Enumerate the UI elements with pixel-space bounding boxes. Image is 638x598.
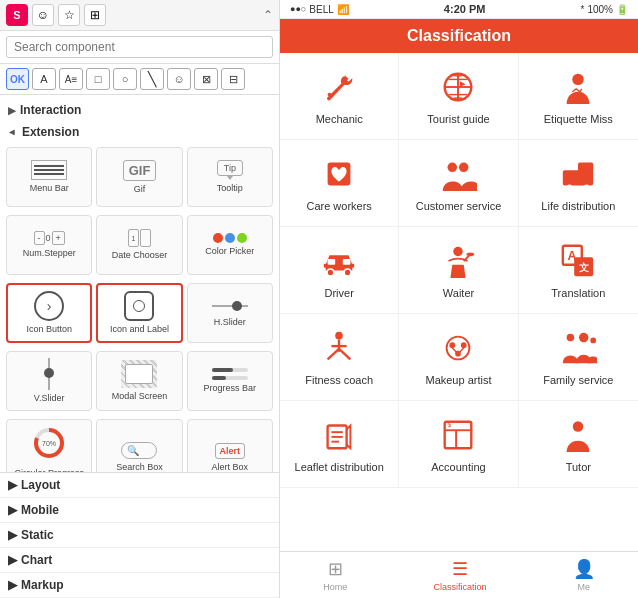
- comp-search-box[interactable]: 🔍 Search Box: [96, 419, 182, 472]
- tab-home[interactable]: ⊞ Home: [323, 558, 347, 592]
- svg-rect-21: [324, 264, 328, 268]
- care-icon: [319, 154, 359, 194]
- class-etiquette[interactable]: Etiquette Miss: [519, 53, 638, 140]
- comp-row-1: Menu Bar GIF Gif Tip Tooltip: [0, 143, 279, 211]
- svg-point-35: [450, 342, 456, 348]
- class-translation[interactable]: A文 Translation: [519, 227, 638, 314]
- status-time: 4:20 PM: [444, 3, 486, 15]
- comp-menu-bar[interactable]: Menu Bar: [6, 147, 92, 207]
- nav-layout[interactable]: ▶ Layout: [0, 473, 279, 498]
- table-tool[interactable]: ⊟: [221, 68, 245, 90]
- comp-color-picker[interactable]: Color Picker: [187, 215, 273, 275]
- svg-line-31: [328, 349, 339, 359]
- driver-label: Driver: [324, 287, 353, 299]
- comp-num-stepper[interactable]: - 0 + Num.Stepper: [6, 215, 92, 275]
- svg-rect-14: [578, 163, 593, 174]
- class-accounting[interactable]: $ Accounting: [399, 401, 518, 488]
- text-tool[interactable]: A: [32, 68, 56, 90]
- layout-label: Layout: [21, 478, 60, 492]
- class-care[interactable]: Care workers: [280, 140, 399, 227]
- gif-label: Gif: [134, 184, 146, 195]
- line-tool[interactable]: ╲: [140, 68, 164, 90]
- mechanic-label: Mechanic: [316, 113, 363, 125]
- comp-row-2: - 0 + Num.Stepper 1 Date Chooser: [0, 211, 279, 279]
- class-mechanic[interactable]: Mechanic: [280, 53, 399, 140]
- waiter-label: Waiter: [443, 287, 474, 299]
- comp-alert-box[interactable]: Alert Alert Box: [187, 419, 273, 472]
- class-customer[interactable]: Customer service: [399, 140, 518, 227]
- tab-me[interactable]: 👤 Me: [573, 558, 595, 592]
- static-arrow: ▶: [8, 528, 17, 542]
- comp-icon-label[interactable]: Icon and Label: [96, 283, 182, 343]
- emoji-icon[interactable]: ☺: [32, 4, 54, 26]
- comp-v-slider[interactable]: V.Slider: [6, 351, 92, 411]
- circular-progress-icon: 70%: [32, 426, 66, 465]
- ok-tool[interactable]: OK: [6, 68, 29, 90]
- nav-static[interactable]: ▶ Static: [0, 523, 279, 548]
- comp-h-slider[interactable]: H.Slider: [187, 283, 273, 343]
- class-fitness[interactable]: Fitness coach: [280, 314, 399, 401]
- svg-point-16: [584, 184, 590, 190]
- nav-sections: ▶ Layout ▶ Mobile ▶ Static ▶ Chart ▶ Mar…: [0, 472, 279, 598]
- accounting-label: Accounting: [431, 461, 485, 473]
- emoji-tool[interactable]: ☺: [167, 68, 191, 90]
- tutor-icon: [558, 415, 598, 455]
- section-interaction[interactable]: ▶ Interaction: [0, 99, 279, 121]
- comp-circular-progress[interactable]: 70% Circular Progress Bar: [6, 419, 92, 472]
- svg-point-15: [567, 184, 573, 190]
- layout-arrow: ▶: [8, 478, 17, 492]
- comp-gif[interactable]: GIF Gif: [96, 147, 182, 207]
- comp-modal-screen[interactable]: Modal Screen: [96, 351, 182, 411]
- search-box-icon: 🔍: [121, 442, 157, 459]
- menu-bar-icon: [31, 160, 67, 180]
- class-tourist-guide[interactable]: Tourist guide: [399, 53, 518, 140]
- tab-classification[interactable]: ☰ Classification: [433, 558, 486, 592]
- header-chevron[interactable]: ⌃: [263, 8, 273, 22]
- signal-info: ●●○ BELL 📶: [290, 4, 349, 15]
- comp-date-chooser[interactable]: 1 Date Chooser: [96, 215, 182, 275]
- family-icon: [558, 328, 598, 368]
- svg-point-19: [327, 269, 334, 276]
- class-waiter[interactable]: Waiter: [399, 227, 518, 314]
- svg-point-36: [461, 342, 467, 348]
- gif-icon: GIF: [123, 160, 157, 181]
- text-align-tool[interactable]: A≡: [59, 68, 83, 90]
- customer-label: Customer service: [416, 200, 502, 212]
- progress-bar-label: Progress Bar: [204, 383, 257, 394]
- mobile-label: Mobile: [21, 503, 59, 517]
- comp-progress-bar[interactable]: Progress Bar: [187, 351, 273, 411]
- rect-tool[interactable]: □: [86, 68, 110, 90]
- fitness-icon: [319, 328, 359, 368]
- icon-button-icon: ›: [34, 291, 64, 321]
- image-tool[interactable]: ⊠: [194, 68, 218, 90]
- grid-icon[interactable]: ⊞: [84, 4, 106, 26]
- waiter-icon: [438, 241, 478, 281]
- leaflet-icon: [319, 415, 359, 455]
- svg-text:70%: 70%: [42, 440, 56, 447]
- class-life-dist[interactable]: Life distribution: [519, 140, 638, 227]
- extension-arrow: ▼: [7, 127, 18, 137]
- class-family[interactable]: Family service: [519, 314, 638, 401]
- search-input[interactable]: [6, 36, 273, 58]
- svg-point-40: [591, 338, 597, 344]
- comp-tooltip[interactable]: Tip Tooltip: [187, 147, 273, 207]
- class-makeup[interactable]: Makeup artist: [399, 314, 518, 401]
- tooltip-icon: Tip: [217, 160, 243, 180]
- class-driver[interactable]: Driver: [280, 227, 399, 314]
- nav-mobile[interactable]: ▶ Mobile: [0, 498, 279, 523]
- right-panel: ●●○ BELL 📶 4:20 PM * 100% 🔋 Classificati…: [280, 0, 638, 598]
- svg-point-38: [567, 334, 575, 342]
- circle-tool[interactable]: ○: [113, 68, 137, 90]
- mobile-arrow: ▶: [8, 503, 17, 517]
- date-chooser-label: Date Chooser: [112, 250, 168, 261]
- comp-icon-button[interactable]: › Icon Button: [6, 283, 92, 343]
- svg-point-23: [454, 247, 464, 257]
- nav-chart[interactable]: ▶ Chart: [0, 548, 279, 573]
- bookmark-icon[interactable]: ☆: [58, 4, 80, 26]
- h-slider-icon: [212, 298, 248, 314]
- section-extension[interactable]: ▼ Extension: [0, 121, 279, 143]
- class-tutor[interactable]: Tutor: [519, 401, 638, 488]
- class-leaflet[interactable]: Leaflet distribution: [280, 401, 399, 488]
- nav-markup[interactable]: ▶ Markup: [0, 573, 279, 598]
- app-header: Classification: [280, 19, 638, 53]
